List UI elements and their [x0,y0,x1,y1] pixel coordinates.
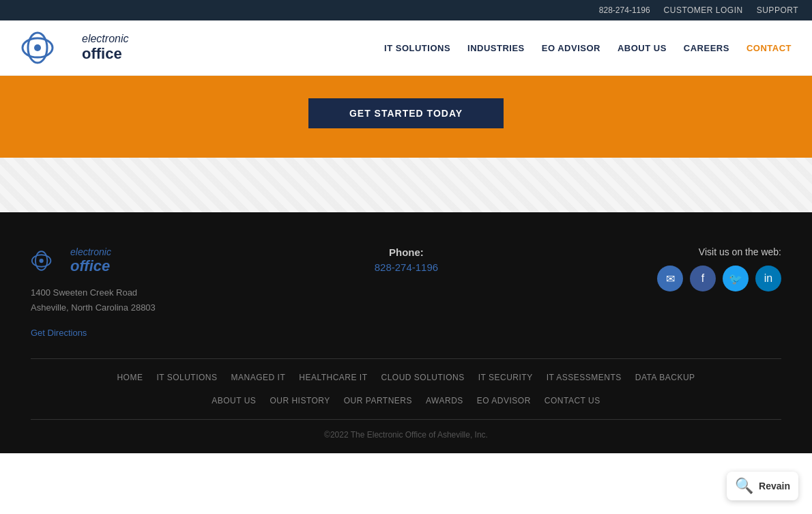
logo-text: electronic office [82,33,128,63]
footer-contact-us-link[interactable]: CONTACT US [545,396,600,405]
email-social-icon[interactable]: ✉ [657,266,683,291]
footer-main: electronic office 1400 Sweeten Creek Roa… [31,246,781,338]
footer-cloud-solutions-link[interactable]: CLOUD SOLUTIONS [381,373,465,382]
footer-healthcare-it-link[interactable]: HEALTHCARE IT [299,373,367,382]
support-link[interactable]: SUPPORT [757,5,798,15]
main-nav: IT SOLUTIONS INDUSTRIES EO ADVISOR ABOUT… [384,43,792,53]
nav-careers[interactable]: CAREERS [684,43,729,53]
footer-address: 1400 Sweeten Creek Road Asheville, North… [31,285,156,315]
customer-login-link[interactable]: CUSTOMER LOGIN [664,5,743,15]
footer-home-link[interactable]: HOME [117,373,143,382]
orange-cta-section: GET STARTED TODAY [0,76,812,158]
facebook-social-icon[interactable]: f [690,266,716,291]
footer-divider-1 [31,358,781,359]
footer-about-us-link[interactable]: ABOUT US [212,396,256,405]
social-icons: ✉ f 🐦 in [657,266,781,291]
header: electronic office IT SOLUTIONS INDUSTRIE… [0,20,812,76]
footer-logo-text: electronic office [70,246,111,275]
footer-social: Visit us on the web: ✉ f 🐦 in [657,246,781,291]
footer-logo: electronic office [31,246,111,275]
nav-it-solutions[interactable]: IT SOLUTIONS [384,43,450,53]
nav-eo-advisor[interactable]: EO ADVISOR [542,43,600,53]
top-phone: 828-274-1196 [599,5,650,15]
svg-point-5 [40,259,44,263]
footer-nav-row2: ABOUT US OUR HISTORY OUR PARTNERS AWARDS… [14,396,798,405]
twitter-social-icon[interactable]: 🐦 [723,266,749,291]
footer-awards-link[interactable]: AWARDS [426,396,463,405]
footer-phone-number[interactable]: 828-274-1196 [375,261,438,273]
footer-our-partners-link[interactable]: OUR PARTNERS [344,396,412,405]
nav-industries[interactable]: INDUSTRIES [467,43,525,53]
svg-point-2 [34,44,41,51]
footer: electronic office 1400 Sweeten Creek Roa… [0,212,812,453]
light-section [0,158,812,212]
footer-it-security-link[interactable]: IT SECURITY [478,373,533,382]
footer-logo-icon [31,248,65,274]
footer-our-history-link[interactable]: OUR HISTORY [270,396,330,405]
footer-phone: Phone: 828-274-1196 [375,246,438,273]
logo-icon [20,27,75,68]
top-bar: 828-274-1196 CUSTOMER LOGIN SUPPORT [0,0,812,20]
footer-managed-it-link[interactable]: MANAGED IT [231,373,286,382]
nav-contact[interactable]: CONTACT [746,43,792,53]
footer-copyright: ©2022 The Electronic Office of Asheville… [14,430,798,440]
get-directions-link[interactable]: Get Directions [31,328,87,338]
footer-eo-advisor-link[interactable]: EO ADVISOR [477,396,531,405]
nav-about-us[interactable]: ABOUT US [618,43,667,53]
logo-area: electronic office [20,27,128,68]
footer-data-backup-link[interactable]: DATA BACKUP [635,373,695,382]
footer-nav-row1: HOME IT SOLUTIONS MANAGED IT HEALTHCARE … [14,373,798,382]
footer-it-assessments-link[interactable]: IT ASSESSMENTS [547,373,622,382]
get-started-button[interactable]: GET STARTED TODAY [308,98,504,128]
linkedin-social-icon[interactable]: in [755,266,781,291]
footer-it-solutions-link[interactable]: IT SOLUTIONS [156,373,217,382]
footer-logo-area: electronic office 1400 Sweeten Creek Roa… [31,246,156,338]
footer-divider-2 [31,419,781,420]
